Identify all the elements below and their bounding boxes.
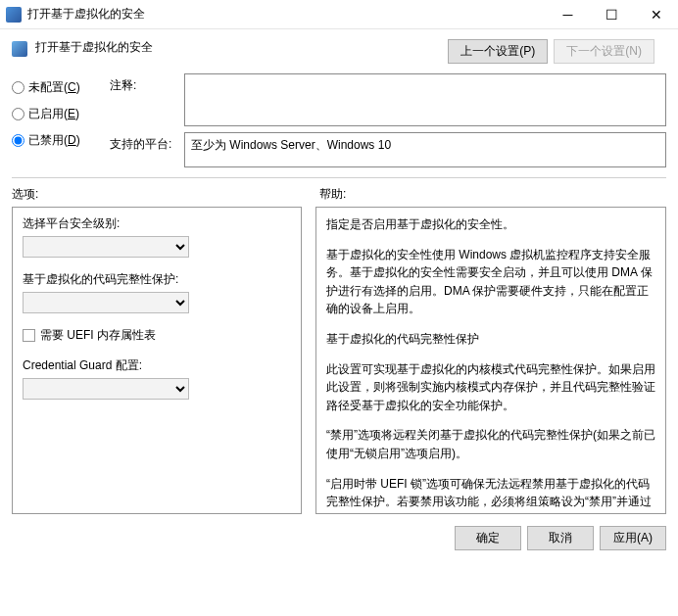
radio-disabled[interactable]: 已禁用(D)	[12, 132, 110, 149]
platform-security-level-select[interactable]	[23, 236, 189, 258]
previous-setting-button[interactable]: 上一个设置(P)	[448, 39, 548, 64]
separator	[12, 177, 666, 178]
uefi-checkbox[interactable]	[23, 329, 35, 342]
help-text: “启用时带 UEFI 锁”选项可确保无法远程禁用基于虚拟化的代码完整性保护。若要…	[326, 475, 655, 514]
footer-buttons: 确定 取消 应用(A)	[0, 522, 678, 558]
app-icon	[6, 7, 22, 23]
radio-not-configured[interactable]: 未配置(C)	[12, 79, 110, 96]
ok-button[interactable]: 确定	[455, 526, 521, 550]
maximize-button[interactable]: ☐	[590, 0, 634, 29]
help-text: 基于虚拟化的代码完整性保护	[326, 330, 655, 349]
help-panel: 指定是否启用基于虚拟化的安全性。 基于虚拟化的安全性使用 Windows 虚拟机…	[315, 207, 666, 514]
policy-icon	[12, 41, 27, 57]
minimize-button[interactable]: ─	[546, 0, 590, 29]
credential-guard-label: Credential Guard 配置:	[23, 357, 291, 374]
apply-button[interactable]: 应用(A)	[600, 526, 666, 550]
platform-security-level-label: 选择平台安全级别:	[23, 215, 291, 232]
radio-enabled-input[interactable]	[12, 108, 24, 120]
supported-platforms: 至少为 Windows Server、Windows 10	[184, 132, 666, 167]
radio-enabled[interactable]: 已启用(E)	[12, 106, 110, 122]
next-setting-button[interactable]: 下一个设置(N)	[554, 39, 654, 64]
cancel-button[interactable]: 取消	[527, 526, 594, 550]
comment-input[interactable]	[184, 73, 666, 126]
close-button[interactable]: ✕	[634, 0, 678, 29]
supported-label: 支持的平台:	[110, 132, 178, 153]
options-panel: 选择平台安全级别: 基于虚拟化的代码完整性保护: 需要 UEFI 内存属性表 C…	[12, 207, 302, 514]
uefi-checkbox-row[interactable]: 需要 UEFI 内存属性表	[23, 327, 291, 344]
help-text: 基于虚拟化的安全性使用 Windows 虚拟机监控程序支持安全服务。基于虚拟化的…	[326, 246, 655, 318]
title-bar: 打开基于虚拟化的安全 ─ ☐ ✕	[0, 0, 678, 29]
policy-title: 打开基于虚拟化的安全	[35, 39, 448, 56]
code-integrity-select[interactable]	[23, 292, 189, 313]
header-row: 打开基于虚拟化的安全 上一个设置(P) 下一个设置(N)	[0, 29, 678, 68]
help-text: 指定是否启用基于虚拟化的安全性。	[326, 215, 655, 234]
panels: 选择平台安全级别: 基于虚拟化的代码完整性保护: 需要 UEFI 内存属性表 C…	[0, 207, 678, 522]
radio-disabled-input[interactable]	[12, 134, 24, 147]
help-label: 帮助:	[308, 186, 666, 203]
code-integrity-label: 基于虚拟化的代码完整性保护:	[23, 271, 291, 288]
radio-not-configured-input[interactable]	[12, 81, 24, 94]
section-labels: 选项: 帮助:	[0, 182, 678, 207]
help-text: 此设置可实现基于虚拟化的内核模式代码完整性保护。如果启用此设置，则将强制实施内核…	[326, 360, 655, 415]
help-text: “禁用”选项将远程关闭基于虚拟化的代码完整性保护(如果之前已使用“无锁启用”选项…	[326, 426, 655, 462]
options-label: 选项:	[12, 186, 308, 203]
window-title: 打开基于虚拟化的安全	[27, 6, 546, 23]
state-radio-group: 未配置(C) 已启用(E) 已禁用(D)	[12, 73, 110, 167]
credential-guard-select[interactable]	[23, 378, 189, 400]
comment-label: 注释:	[110, 73, 178, 94]
uefi-checkbox-label: 需要 UEFI 内存属性表	[40, 327, 156, 344]
config-section: 未配置(C) 已启用(E) 已禁用(D) 注释: 支持的平台: 至少为 Wind…	[0, 68, 678, 169]
